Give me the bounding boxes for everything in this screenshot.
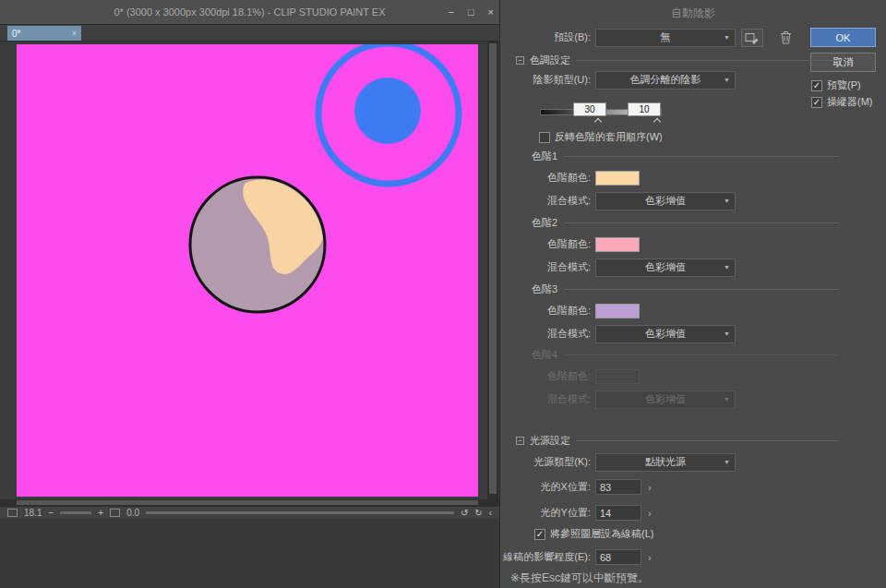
spinner-icon[interactable]: › [648,552,652,563]
zoom-in-icon[interactable]: + [98,509,103,518]
level-divider [564,354,839,355]
collapse-bar-icon[interactable]: ‹ [489,509,492,518]
level2-color-swatch[interactable] [595,237,640,252]
preset-select[interactable]: 無 ▼ [595,29,736,47]
chevron-down-icon: ▼ [724,396,730,402]
screen: 0* (3000 x 3000px 300dpi 18.1%) - CLIP S… [0,0,886,588]
level2-blend-select[interactable]: 色彩增值 ▼ [595,258,736,277]
level1-blend-select[interactable]: 色彩增值 ▼ [595,192,736,210]
vertical-scrollbar[interactable] [487,42,498,499]
reverse-order-label: 反轉色階的套用順序(W) [555,130,663,144]
manipulator-checkbox-row[interactable]: ✓ 操縱器(M) [811,95,873,109]
lineart-checkbox[interactable]: ✓ [534,529,545,540]
level-color-label: 色階顏色: [500,369,595,383]
light-type-select[interactable]: 點狀光源 ▼ [595,453,736,472]
fit-screen-icon[interactable] [110,509,120,517]
maximize-icon[interactable]: □ [468,6,474,18]
zoom-value[interactable]: 18.1 [24,508,42,518]
window-lower-area [0,519,499,588]
light-x-input[interactable] [595,479,641,495]
preset-row: 預設(B): 無 ▼ [500,28,792,47]
level3-blend-value: 色彩增值 [645,327,686,341]
dialog-title: 自動陰影 [500,6,886,21]
chevron-down-icon: ▼ [724,198,730,204]
section-divider [576,60,839,61]
level-divider [564,156,839,157]
collapse-icon[interactable]: − [516,437,524,445]
zoom-slider[interactable] [60,511,91,514]
light-type-row: 光源類型(K): 點狀光源 ▼ [500,452,736,472]
light-y-input[interactable] [595,505,641,521]
collapse-icon[interactable]: − [516,56,524,65]
spinner-icon[interactable]: › [648,508,652,519]
lineart-checkbox-row[interactable]: ✓ 將參照圖層設為線稿(L) [534,527,653,541]
level4-blend-value: 色彩增值 [645,392,686,406]
check-icon: ✓ [813,97,820,107]
rotation-slider[interactable] [146,511,454,514]
threshold-marker-icon[interactable] [653,118,661,126]
shadow-type-select[interactable]: 色調分離的陰影 ▼ [595,71,736,90]
level-blend-label: 混合模式: [500,194,595,208]
manipulator-checkbox[interactable]: ✓ [811,97,822,108]
canvas-area[interactable] [0,42,499,499]
light-section-header: − 光源設定 [516,434,839,448]
threshold-low-input[interactable] [628,102,661,116]
level-color-label: 色階顏色: [500,171,595,185]
level-blend-label: 混合模式: [500,392,595,406]
level-color-label: 色階顏色: [500,304,595,318]
light-type-value: 點狀光源 [645,455,686,469]
level1-header: 色階1 [532,150,839,163]
close-icon[interactable]: × [488,6,494,18]
level-divider [564,222,839,223]
preview-checkbox[interactable]: ✓ [811,80,822,91]
navigator-icon[interactable] [7,509,18,517]
tone-threshold-slider[interactable] [540,100,662,127]
lineart-level-input[interactable] [595,549,641,565]
delete-preset-button[interactable] [780,30,792,44]
level3-header: 色階3 [532,282,839,296]
lineart-level-row: 線稿的影響程度(E): › [500,547,652,567]
level3-color-swatch[interactable] [595,304,640,318]
rotate-ccw-icon[interactable]: ↺ [461,509,468,518]
spinner-icon[interactable]: › [648,482,652,493]
section-divider [576,440,839,441]
canvas-image[interactable] [17,44,478,497]
zoom-out-icon[interactable]: − [48,509,54,518]
level-blend-label: 混合模式: [500,260,595,274]
reverse-order-checkbox-row[interactable]: 反轉色階的套用順序(W) [539,130,663,144]
light-source-dot[interactable] [354,78,421,144]
level-color-label: 色階顏色: [500,237,595,251]
level1-color-row: 色階顏色: [500,168,640,187]
rotate-cw-icon[interactable]: ↻ [474,509,482,518]
light-section-label: 光源設定 [530,434,570,448]
level4-color-row: 色階顏色: [500,366,640,386]
tab-close-icon[interactable]: × [72,29,77,38]
canvas-tabbar: 0* × [0,25,499,42]
threshold-marker-icon[interactable] [594,118,602,126]
check-icon: ✓ [536,529,544,539]
register-preset-button[interactable] [741,29,763,47]
horizontal-scrollbar[interactable] [0,499,499,506]
horizontal-scrollbar-thumb[interactable] [17,500,478,505]
minimize-icon[interactable]: − [448,6,453,18]
level1-color-swatch[interactable] [595,171,640,186]
preview-checkbox-row[interactable]: ✓ 預覽(P) [811,78,861,92]
level3-blend-row: 混合模式: 色彩增值 ▼ [500,324,736,343]
reverse-order-checkbox[interactable] [539,132,550,143]
window-titlebar[interactable]: 0* (3000 x 3000px 300dpi 18.1%) - CLIP S… [0,0,499,25]
manipulator-label: 操縱器(M) [827,95,873,109]
canvas-tab[interactable]: 0* × [7,26,81,41]
level3-blend-select[interactable]: 色彩增值 ▼ [595,325,736,343]
level3-color-row: 色階顏色: [500,301,640,320]
shadow-type-row: 陰影類型(U): 色調分離的陰影 ▼ [500,70,736,90]
vertical-scrollbar-thumb[interactable] [489,43,497,494]
rotation-value[interactable]: 0.0 [126,508,139,518]
lineart-checkbox-label: 將參照圖層設為線稿(L) [550,527,653,541]
ok-button[interactable]: OK [810,28,876,47]
level2-blend-value: 色彩增值 [645,260,686,274]
level2-name: 色階2 [532,216,557,230]
shadow-type-label: 陰影類型(U): [500,73,595,87]
threshold-high-input[interactable] [573,102,606,116]
lineart-level-label: 線稿的影響程度(E): [500,550,595,564]
level1-blend-row: 混合模式: 色彩增值 ▼ [500,191,736,210]
